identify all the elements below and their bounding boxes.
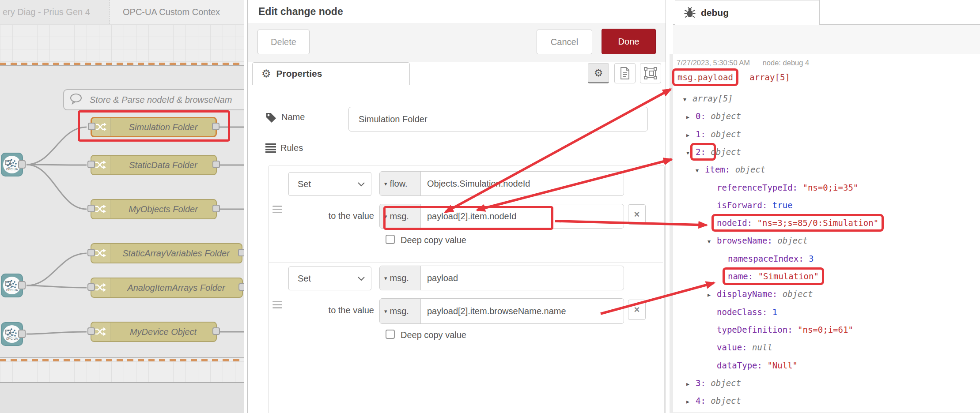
node-input-port[interactable] xyxy=(88,123,95,130)
opcua-server-node[interactable]: OPC UA xyxy=(1,153,23,176)
change-node[interactable]: Simulation Folder xyxy=(91,117,217,137)
chevron-down-icon xyxy=(358,277,365,281)
node-output-port[interactable] xyxy=(212,123,219,130)
node-output-port[interactable] xyxy=(212,327,220,335)
name-input[interactable] xyxy=(348,107,648,131)
deep-copy-checkbox[interactable] xyxy=(386,235,395,244)
rule-action-select[interactable]: Set xyxy=(288,172,371,196)
expand-caret-icon[interactable]: ▸ xyxy=(686,108,696,126)
typed-input-type-button[interactable]: ▾ msg. xyxy=(380,204,421,228)
expand-caret-icon[interactable]: ▸ xyxy=(686,393,696,410)
debug-value: "ns=3;s=85/0:Simulation" xyxy=(757,218,879,228)
node-output-port[interactable] xyxy=(18,160,26,169)
debug-tree-row: ▸4: object xyxy=(680,392,741,409)
node-input-port[interactable] xyxy=(87,249,95,256)
change-node[interactable]: MyObjects Folder xyxy=(91,199,217,219)
appearance-tab-button[interactable] xyxy=(640,63,661,83)
collapse-caret-icon[interactable]: ▾ xyxy=(708,233,717,250)
svg-text:OPC UA: OPC UA xyxy=(6,337,18,340)
debug-value: object xyxy=(711,396,741,405)
deep-copy-checkbox[interactable] xyxy=(386,330,395,339)
collapse-caret-icon[interactable]: ▾ xyxy=(686,144,696,161)
typed-input-type-button[interactable]: ▾ flow. xyxy=(380,172,421,195)
debug-value: "Null" xyxy=(767,360,798,370)
debug-payload-path[interactable]: msg.payload xyxy=(677,72,733,82)
node-input-port[interactable] xyxy=(87,161,95,168)
debug-tabbar: debug xyxy=(673,0,980,25)
chevron-down-icon xyxy=(358,182,365,187)
rule-drag-handle[interactable] xyxy=(272,301,282,308)
tab-properties[interactable]: ⚙ Properties xyxy=(252,62,410,85)
appearance-icon xyxy=(644,67,657,79)
panel-gap xyxy=(666,0,673,413)
node-input-port[interactable] xyxy=(87,205,95,212)
change-node[interactable]: AnalogItemArrays Folder xyxy=(91,278,243,298)
rule-drag-handle[interactable] xyxy=(272,206,282,213)
debug-key: 3: xyxy=(696,378,706,388)
expand-caret-icon[interactable]: ▸ xyxy=(686,375,696,393)
node-output-port[interactable] xyxy=(238,283,244,291)
cancel-button[interactable]: Cancel xyxy=(537,30,592,54)
tab-properties-label: Properties xyxy=(276,68,322,79)
debug-key: name: xyxy=(728,271,753,281)
node-output-port[interactable] xyxy=(212,205,220,212)
remove-rule-button[interactable]: × xyxy=(628,204,646,225)
caret-down-icon: ▾ xyxy=(384,180,387,187)
opcua-server-node[interactable]: OPC UA xyxy=(1,274,23,297)
document-icon xyxy=(620,67,630,79)
comment-node[interactable]: Store & Parse nodeId & browseNam xyxy=(63,89,244,110)
debug-tree-row: ▸displayName: object xyxy=(680,285,813,303)
node-output-port[interactable] xyxy=(238,249,244,256)
debug-payload-type: array[5] xyxy=(749,72,790,82)
description-tab-button[interactable] xyxy=(614,63,636,83)
typed-input-type-label: msg. xyxy=(390,211,409,222)
node-output-port[interactable] xyxy=(212,161,220,168)
expand-caret-icon[interactable]: ▸ xyxy=(686,126,696,144)
node-output-port[interactable] xyxy=(18,281,26,289)
node-input-port[interactable] xyxy=(87,327,95,335)
rule-separator xyxy=(269,358,663,358)
node-input-port[interactable] xyxy=(87,283,95,291)
debug-value: object xyxy=(735,165,766,174)
debug-tree-row: ▸0: object xyxy=(680,107,741,125)
debug-tree-row: ▾item: object xyxy=(680,161,765,178)
opcua-server-node[interactable]: OPC UA xyxy=(1,322,23,346)
typed-input-type-button[interactable]: ▾ msg. xyxy=(380,299,421,323)
rule-action-select[interactable]: Set xyxy=(288,267,371,290)
debug-message[interactable]: 7/27/2023, 5:30:50 AM node: debug 4 msg.… xyxy=(673,54,980,413)
debug-value: object xyxy=(711,147,741,157)
delete-button[interactable]: Delete xyxy=(257,30,310,54)
rule-value-input[interactable]: ▾ msg. payload[2].item.nodeId xyxy=(379,204,624,229)
change-node-label: AnalogItemArrays Folder xyxy=(110,278,242,297)
debug-value: array[5] xyxy=(692,94,733,103)
gear-icon: ⚙ xyxy=(594,67,603,79)
remove-rule-button[interactable]: × xyxy=(628,300,646,320)
flow-editor-workspace: ery Diag - Prius Gen 4 OPC-UA Custom Con… xyxy=(0,0,244,413)
bug-icon xyxy=(684,7,696,19)
collapse-caret-icon[interactable]: ▾ xyxy=(683,90,692,108)
tab-debug[interactable]: debug xyxy=(675,0,820,25)
node-output-port[interactable] xyxy=(18,330,26,338)
debug-scrollbar[interactable] xyxy=(670,54,673,413)
done-button[interactable]: Done xyxy=(602,29,656,54)
rule-target-input[interactable]: ▾ msg. payload xyxy=(379,266,624,290)
rule-action-value: Set xyxy=(298,274,311,284)
rule-target-input[interactable]: ▾ flow. Objects.Simulation.nodeId xyxy=(379,171,624,196)
expand-caret-icon[interactable]: ▸ xyxy=(708,286,717,304)
typed-input-type-button[interactable]: ▾ msg. xyxy=(380,266,421,290)
deep-copy-label: Deep copy value xyxy=(401,330,466,340)
collapse-caret-icon[interactable]: ▾ xyxy=(696,161,705,179)
flow-tab-opcua-custom-context[interactable]: OPC-UA Custom Contex xyxy=(109,0,244,24)
rule-value-input[interactable]: ▾ msg. payload[2].item.browseName.name xyxy=(379,298,624,324)
debug-payload-row: msg.payload array[5] xyxy=(677,72,790,82)
debug-value: object xyxy=(783,289,813,299)
flow-tab-battery-diag[interactable]: ery Diag - Prius Gen 4 xyxy=(0,0,111,24)
change-node[interactable]: MyDevice Object xyxy=(91,322,217,342)
change-node[interactable]: StaticData Folder xyxy=(91,155,217,175)
debug-tree-row: ▾array[5] xyxy=(680,90,733,107)
rule-target-value: payload xyxy=(427,273,458,283)
svg-text:OPC UA: OPC UA xyxy=(6,168,18,171)
properties-tab-button[interactable]: ⚙ xyxy=(588,63,609,83)
change-node[interactable]: StaticArrayVariables Folder xyxy=(91,243,242,263)
change-node-label: Simulation Folder xyxy=(111,118,216,136)
